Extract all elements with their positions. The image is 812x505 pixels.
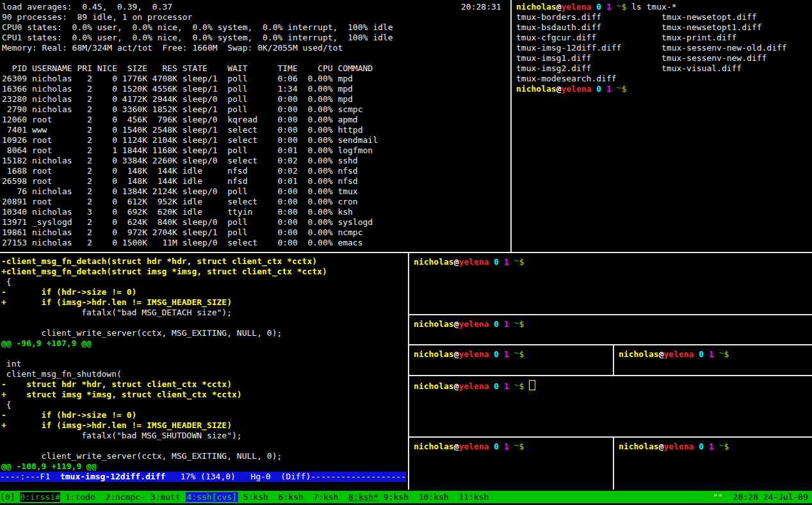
pane-shell-1[interactable]: nicholas@yelena 0 1 ~$: [409, 253, 812, 318]
shell-prompt: nicholas@yelena 0 1 ~$ ls tmux-*: [516, 2, 812, 12]
prompt-user: nicholas: [619, 349, 659, 359]
prompt-shlvl: 1: [606, 2, 612, 12]
prompt-dollar: $: [724, 442, 729, 451]
diff-line-ctx: client_write_server(cctx, MSG_EXITING, N…: [1, 451, 408, 461]
prompt-host: yelena: [561, 84, 591, 94]
prompt-cwd: ~: [719, 348, 724, 358]
status-right-gap: [723, 492, 733, 502]
shell-prompt: nicholas@yelena 0 1 ~$: [414, 442, 617, 452]
diff-line-ctx: [1, 349, 408, 359]
diff-line-ctx: int: [1, 359, 408, 369]
prompt-host: yelena: [459, 381, 489, 391]
diff-line-diff: - struct hdr *hdr, struct client_ctx *cc…: [1, 379, 408, 390]
status-window-item[interactable]: 5:ksh 6:ksh 7:ksh: [238, 492, 348, 502]
text-span: [601, 2, 606, 12]
ls-file-listing: tmux-borders.diff tmux-newsetopt.diff tm…: [516, 12, 812, 84]
pane-shell-6[interactable]: nicholas@yelena 0 1 ~$: [614, 438, 812, 493]
diff-line-diff: - if (hdr->size != 0): [1, 410, 408, 420]
prompt-exit-status: 0: [494, 319, 499, 329]
diff-line-ctx: {: [1, 400, 408, 410]
status-session-title: "": [713, 492, 723, 502]
shell-prompt: nicholas@yelena 0 1 ~$: [414, 380, 812, 392]
prompt-host: yelena: [663, 442, 694, 451]
text-span: [509, 319, 514, 329]
prompt-shlvl: 1: [504, 381, 509, 391]
diff-line-diff: + struct imsg *imsg, struct client_ctx *…: [1, 390, 408, 400]
diff-line-diff: + if (imsg->hdr.len != IMSG_HEADER_SIZE): [1, 420, 408, 431]
emacs-buffer: -client_msg_fn_detach(struct hdr *hdr, s…: [0, 253, 408, 472]
shell-prompt: nicholas@yelena 0 1 ~$: [414, 349, 617, 360]
shell-prompt: nicholas@yelena 0 1 ~$: [619, 349, 812, 360]
prompt-dollar: $: [519, 319, 524, 329]
pane-shell-ls[interactable]: nicholas@yelena 0 1 ~$ ls tmux-* tmux-bo…: [512, 0, 812, 254]
prompt-shlvl: 1: [504, 442, 509, 451]
prompt-exit-status: 0: [699, 349, 704, 359]
pane-shell-5[interactable]: nicholas@yelena 0 1 ~$: [409, 438, 617, 493]
diff-line-hunk: @@ -108,9 +119,9 @@: [1, 461, 408, 472]
modeline-flags: ----:---F1: [0, 472, 60, 481]
pane-top-process-monitor[interactable]: load averages: 0.45, 0.39, 0.37 90 proce…: [0, 0, 512, 254]
prompt-cwd: ~: [719, 440, 724, 450]
prompt-shlvl: 1: [504, 257, 509, 267]
emacs-modeline: ----:---F1 tmux-imsg-12diff.diff 17% (13…: [0, 472, 406, 482]
diff-line-ctx: [1, 441, 408, 451]
prompt-shlvl: 1: [709, 349, 714, 359]
diff-line-ctx: [1, 318, 408, 328]
top-clock: 20:28:31: [461, 2, 501, 12]
prompt-user: nicholas: [414, 257, 454, 267]
prompt-user: nicholas: [619, 442, 659, 451]
prompt-exit-status: 0: [596, 2, 601, 12]
prompt-exit-status: 0: [494, 349, 499, 359]
modeline-dashes: --------------------: [311, 472, 406, 481]
prompt-dollar: $: [621, 84, 626, 94]
prompt-dollar: $: [519, 349, 524, 359]
prompt-exit-status: 0: [494, 442, 499, 451]
top-process-table: PID USERNAME PRI NICE SIZE RES STATE WAI…: [2, 63, 512, 248]
prompt-cwd: ~: [514, 440, 519, 450]
pane-shell-2[interactable]: nicholas@yelena 0 1 ~$: [409, 315, 812, 348]
status-window-item[interactable]: 9:ksh 10:ksh 11:ksh: [378, 492, 489, 502]
pane-shell-4[interactable]: nicholas@yelena 0 1 ~$: [614, 345, 812, 379]
status-window-list: [0] 0:irssi# 1:todo 2:ncmpc- 3:mutt 4:ss…: [0, 492, 489, 502]
text-span: [704, 349, 709, 359]
tmux-status-bar: [0] 0:irssi# 1:todo 2:ncmpc- 3:mutt 4:ss…: [0, 491, 812, 503]
prompt-user: nicholas: [414, 442, 454, 451]
status-right: "" 20:28 24-Jul-09: [713, 492, 812, 502]
shell-prompt: nicholas@yelena 0 1 ~$: [414, 319, 812, 329]
pane-shell-3[interactable]: nicholas@yelena 0 1 ~$: [409, 345, 617, 379]
prompt-exit-status: 0: [699, 442, 704, 451]
prompt-shlvl: 1: [606, 84, 612, 94]
modeline-filename: tmux-imsg-12diff.diff: [60, 472, 165, 481]
status-window-item[interactable]: 8:ksh*: [348, 492, 378, 502]
text-span: [499, 349, 504, 359]
prompt-user: nicholas: [414, 381, 454, 391]
typed-command: ls tmux-*: [626, 2, 676, 12]
status-window-item[interactable]: 4:ssh[cvs]: [186, 492, 238, 502]
modeline-position: 17% (134,0) Hg-0 (Diff): [165, 472, 311, 481]
pane-emacs-diff[interactable]: -client_msg_fn_detach(struct hdr *hdr, s…: [0, 253, 408, 490]
text-span: [509, 442, 514, 451]
pane-shell-active[interactable]: nicholas@yelena 0 1 ~$: [409, 376, 812, 440]
prompt-cwd: ~: [617, 1, 622, 10]
prompt-user: nicholas: [414, 349, 454, 359]
prompt-cwd: ~: [514, 380, 519, 390]
text-span: [509, 381, 514, 391]
prompt-shlvl: 1: [504, 319, 509, 329]
tmux-terminal-screen: load averages: 0.45, 0.39, 0.37 90 proce…: [0, 0, 812, 505]
prompt-dollar: $: [519, 442, 524, 451]
prompt-dollar: $: [519, 257, 524, 267]
prompt-shlvl: 1: [709, 442, 714, 451]
diff-line-diff: - if (hdr->size != 0): [1, 287, 408, 297]
status-window-item[interactable]: 1:todo 2:ncmpc- 3:mutt: [60, 492, 186, 502]
prompt-shlvl: 1: [504, 349, 509, 359]
text-span: [704, 442, 709, 451]
status-window-item[interactable]: 0:irssi#: [20, 492, 60, 502]
shell-prompt: nicholas@yelena 0 1 ~$: [516, 84, 812, 94]
text-span: [714, 442, 719, 451]
diff-line-diff: -client_msg_fn_detach(struct hdr *hdr, s…: [1, 256, 408, 267]
text-span: [509, 257, 514, 267]
text-span: [499, 257, 504, 267]
prompt-host: yelena: [459, 257, 489, 267]
diff-line-ctx: {: [1, 277, 408, 287]
prompt-user: nicholas: [516, 84, 556, 94]
